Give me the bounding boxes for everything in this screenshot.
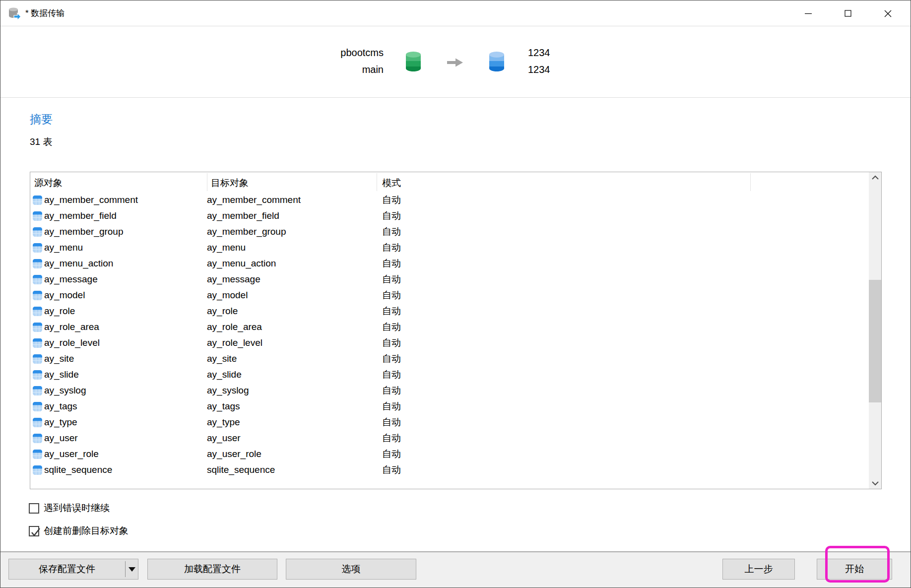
mode: 自动 [377, 352, 869, 365]
minimize-button[interactable] [788, 0, 828, 26]
source-object: ay_site [44, 353, 74, 364]
target-object: ay_member_comment [207, 195, 377, 205]
target-connection-info: 1234 1234 [528, 44, 677, 78]
objects-table-header: 源对象 目标对象 模式 [30, 172, 881, 192]
source-object: sqlite_sequence [44, 464, 112, 475]
objects-table: 源对象 目标对象 模式 ay_member_comment ay_member_… [30, 172, 882, 489]
tables-count: 31 表 [30, 135, 52, 148]
mode: 自动 [377, 321, 869, 333]
table-icon [32, 338, 43, 348]
mode: 自动 [377, 463, 869, 476]
maximize-button[interactable] [828, 0, 868, 26]
chevron-up-icon [871, 175, 879, 180]
source-object: ay_message [44, 274, 98, 285]
source-object: ay_role_area [44, 322, 99, 332]
table-icon [32, 370, 43, 380]
table-icon [32, 449, 43, 459]
scroll-down-button[interactable] [869, 478, 881, 489]
source-object: ay_syslog [44, 385, 86, 396]
target-object: ay_member_group [207, 226, 377, 237]
target-object: sqlite_sequence [207, 464, 377, 475]
start-button[interactable]: 开始 [817, 559, 892, 580]
target-connection-name: 1234 [528, 44, 677, 61]
summary-heading: 摘要 [30, 112, 53, 127]
header-divider [0, 97, 911, 98]
load-profile-button[interactable]: 加载配置文件 [147, 559, 277, 580]
table-icon [32, 227, 43, 237]
source-object: ay_member_comment [44, 195, 138, 205]
table-row[interactable]: ay_user ay_user 自动 [30, 430, 869, 446]
column-separator [750, 173, 751, 191]
table-row[interactable]: ay_member_field ay_member_field 自动 [30, 208, 869, 224]
checkbox-label: 遇到错误时继续 [44, 502, 110, 515]
mode: 自动 [377, 416, 869, 429]
table-row[interactable]: ay_site ay_site 自动 [30, 351, 869, 367]
table-row[interactable]: ay_member_comment ay_member_comment 自动 [30, 192, 869, 208]
source-object: ay_slide [44, 369, 79, 380]
source-object: ay_user [44, 433, 78, 444]
close-icon [884, 9, 892, 18]
mode: 自动 [377, 289, 869, 302]
mode: 自动 [377, 384, 869, 397]
checkbox-box[interactable] [29, 526, 39, 536]
table-row[interactable]: ay_menu ay_menu 自动 [30, 240, 869, 256]
previous-step-button[interactable]: 上一步 [722, 559, 795, 580]
table-row[interactable]: ay_message ay_message 自动 [30, 271, 869, 287]
close-button[interactable] [868, 0, 908, 26]
table-row[interactable]: ay_syslog ay_syslog 自动 [30, 383, 869, 398]
table-body: ay_member_comment ay_member_comment 自动 a… [30, 192, 869, 489]
options-button[interactable]: 选项 [286, 559, 416, 580]
source-object: ay_type [44, 417, 77, 428]
table-row[interactable]: ay_role_level ay_role_level 自动 [30, 335, 869, 351]
table-row[interactable]: ay_type ay_type 自动 [30, 414, 869, 430]
table-row[interactable]: ay_tags ay_tags 自动 [30, 398, 869, 414]
save-profile-dropdown[interactable] [126, 567, 138, 572]
mode: 自动 [377, 273, 869, 286]
table-icon [32, 386, 43, 396]
source-object: ay_role [44, 306, 75, 317]
mode: 自动 [377, 241, 869, 254]
table-row[interactable]: ay_role_area ay_role_area 自动 [30, 319, 869, 335]
mode: 自动 [377, 209, 869, 222]
table-icon [32, 433, 43, 444]
target-object: ay_role [207, 306, 377, 317]
continue-on-error-checkbox[interactable]: 遇到错误时继续 [29, 502, 110, 515]
table-row[interactable]: ay_slide ay_slide 自动 [30, 367, 869, 383]
column-separator [377, 173, 377, 191]
checkbox-label: 创建前删除目标对象 [44, 524, 129, 537]
target-object: ay_syslog [207, 385, 377, 396]
checkbox-box[interactable] [29, 503, 39, 514]
scroll-up-button[interactable] [869, 172, 881, 183]
table-icon [32, 211, 43, 221]
source-connection-info: pbootcms main [235, 44, 384, 78]
target-object: ay_user_role [207, 449, 377, 459]
save-profile-button[interactable]: 保存配置文件 [8, 559, 138, 580]
table-row[interactable]: ay_menu_action ay_menu_action 自动 [30, 256, 869, 271]
column-header-target[interactable]: 目标对象 [211, 177, 249, 190]
table-row[interactable]: sqlite_sequence sqlite_sequence 自动 [30, 462, 869, 478]
mode: 自动 [377, 336, 869, 349]
mode: 自动 [377, 400, 869, 413]
source-object: ay_menu_action [44, 258, 113, 269]
table-row[interactable]: ay_model ay_model 自动 [30, 287, 869, 303]
target-object: ay_user [207, 433, 377, 444]
table-row[interactable]: ay_user_role ay_user_role 自动 [30, 446, 869, 462]
column-header-mode[interactable]: 模式 [382, 177, 401, 190]
target-object: ay_tags [207, 401, 377, 412]
window-title: * 数据传输 [25, 7, 65, 19]
source-object: ay_member_group [44, 226, 123, 237]
scrollbar-thumb[interactable] [869, 280, 881, 402]
mode: 自动 [377, 257, 869, 270]
table-row[interactable]: ay_member_group ay_member_group 自动 [30, 224, 869, 240]
target-object: ay_slide [207, 369, 377, 380]
table-row[interactable]: ay_role ay_role 自动 [30, 303, 869, 319]
column-header-source[interactable]: 源对象 [34, 177, 63, 190]
maximize-icon [844, 9, 852, 17]
target-object: ay_message [207, 274, 377, 285]
column-separator [207, 173, 207, 191]
vertical-scrollbar[interactable] [869, 172, 881, 489]
table-icon [32, 417, 43, 428]
drop-target-before-create-checkbox[interactable]: 创建前删除目标对象 [29, 524, 129, 537]
source-object: ay_tags [44, 401, 77, 412]
source-object: ay_menu [44, 242, 83, 253]
